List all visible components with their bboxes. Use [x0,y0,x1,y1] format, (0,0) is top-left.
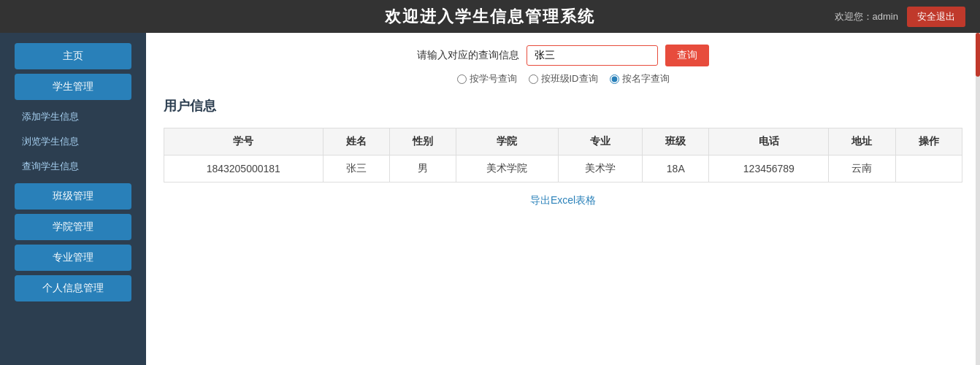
radio-by-id-text: 按学号查询 [470,72,517,85]
main-content: 请输入对应的查询信息 查询 按学号查询 按班级ID查询 按名字查询 用户信息 [146,33,980,365]
sidebar-item-home[interactable]: 主页 [15,43,131,69]
col-address: 地址 [829,128,895,155]
search-button[interactable]: 查询 [665,45,709,66]
radio-by-id[interactable] [457,74,467,84]
scroll-indicator [976,33,980,365]
header-right: 欢迎您：admin 安全退出 [835,7,965,27]
cell-action [895,155,962,182]
cell-college: 美术学院 [456,155,559,182]
export-excel-link[interactable]: 导出Excel表格 [164,194,962,207]
col-college: 学院 [456,128,559,155]
table-row: 1843205000181 张三 男 美术学院 美术学 18A 12345678… [164,155,962,182]
radio-by-name[interactable] [610,74,619,84]
layout: 主页 学生管理 添加学生信息 浏览学生信息 查询学生信息 班级管理 学院管理 专… [0,33,980,365]
section-title: 用户信息 [164,97,962,119]
sidebar-item-browse-student[interactable]: 浏览学生信息 [0,129,146,154]
col-action: 操作 [895,128,962,155]
cell-id: 1843205000181 [164,155,324,182]
sidebar: 主页 学生管理 添加学生信息 浏览学生信息 查询学生信息 班级管理 学院管理 专… [0,33,146,365]
col-id: 学号 [164,128,324,155]
search-radio-group: 按学号查询 按班级ID查询 按名字查询 [164,72,962,85]
header: 欢迎进入学生信息管理系统 欢迎您：admin 安全退出 [0,0,980,33]
radio-by-name-text: 按名字查询 [622,72,670,85]
sidebar-item-add-student[interactable]: 添加学生信息 [0,104,146,129]
welcome-text: 欢迎您：admin [835,10,898,23]
cell-major: 美术学 [558,155,642,182]
col-class: 班级 [643,128,709,155]
table-header-row: 学号 姓名 性别 学院 专业 班级 电话 地址 操作 [164,128,962,155]
radio-by-name-label[interactable]: 按名字查询 [610,72,670,85]
col-phone: 电话 [709,128,829,155]
sidebar-item-query-student[interactable]: 查询学生信息 [0,154,146,179]
col-major: 专业 [558,128,642,155]
sidebar-item-class-mgmt[interactable]: 班级管理 [15,183,131,210]
data-table: 学号 姓名 性别 学院 专业 班级 电话 地址 操作 1843205000181… [164,128,962,182]
radio-by-id-label[interactable]: 按学号查询 [457,72,517,85]
cell-name: 张三 [323,155,389,182]
sidebar-item-major-mgmt[interactable]: 专业管理 [15,245,131,271]
radio-by-class-text: 按班级ID查询 [541,72,598,85]
page-title: 欢迎进入学生信息管理系统 [385,6,595,28]
search-bar: 请输入对应的查询信息 查询 [164,45,962,66]
col-gender: 性别 [389,128,456,155]
search-input[interactable] [527,45,658,66]
scroll-thumb [976,33,980,77]
col-name: 姓名 [323,128,389,155]
cell-phone: 123456789 [709,155,829,182]
radio-by-class[interactable] [529,74,538,84]
cell-address: 云南 [829,155,895,182]
sidebar-item-student-mgmt[interactable]: 学生管理 [15,74,131,100]
logout-button[interactable]: 安全退出 [907,7,965,27]
cell-gender: 男 [389,155,456,182]
sidebar-item-personal-mgmt[interactable]: 个人信息管理 [15,275,131,301]
radio-by-class-label[interactable]: 按班级ID查询 [529,72,598,85]
cell-class: 18A [643,155,709,182]
search-label: 请输入对应的查询信息 [417,49,519,62]
sidebar-item-college-mgmt[interactable]: 学院管理 [15,214,131,240]
